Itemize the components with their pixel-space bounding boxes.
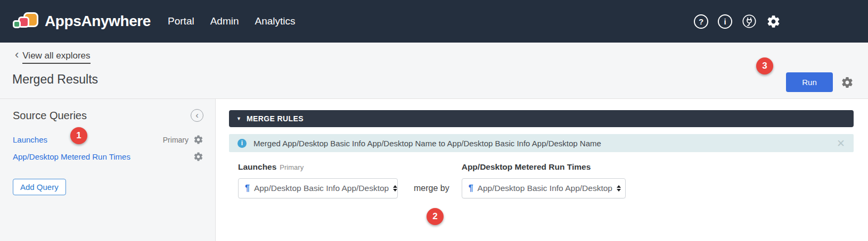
primary-badge: Primary (163, 136, 189, 144)
query-link-launches[interactable]: Launches (13, 135, 47, 144)
select-value: App/Desktop Basic Info App/Desktop (254, 184, 389, 193)
nav-item-admin[interactable]: Admin (210, 15, 239, 27)
run-controls: Run (786, 72, 854, 92)
merge-rule-editor: LaunchesPrimary ¶ App/Desktop Basic Info… (229, 162, 854, 198)
column-title: App/Desktop Metered Run Times (462, 162, 626, 172)
appsanywhere-logo-icon (13, 12, 38, 30)
primary-badge: Primary (280, 163, 304, 171)
query-settings-gear-icon[interactable] (841, 76, 854, 89)
merge-rule-row: LaunchesPrimary ¶ App/Desktop Basic Info… (238, 162, 854, 198)
collapse-sidebar-button[interactable]: ‹ (191, 109, 203, 122)
column-title-text: App/Desktop Metered Run Times (462, 162, 591, 171)
help-icon[interactable]: ? (694, 14, 708, 29)
settings-gear-icon[interactable] (766, 14, 781, 29)
chevron-left-circle-icon: ‹ (195, 111, 199, 120)
query-row-launches: Launches Primary (13, 135, 203, 145)
brand-name: AppsAnywhere (45, 13, 151, 30)
merge-info-alert: i Merged App/Desktop Basic Info App/Desk… (229, 134, 854, 152)
back-link-label: View all explores (22, 51, 90, 64)
column-title-text: Launches (238, 162, 276, 171)
primary-nav: Portal Admin Analytics (168, 15, 296, 27)
merge-rules-title: MERGE RULES (247, 114, 304, 123)
dimension-pilcrow-icon: ¶ (469, 184, 473, 193)
nav-item-portal[interactable]: Portal (168, 15, 194, 27)
navbar-icon-group: ? i (694, 0, 781, 43)
merge-by-label: merge by (414, 178, 449, 198)
dimension-pilcrow-icon: ¶ (245, 184, 250, 193)
add-query-button[interactable]: Add Query (13, 179, 66, 195)
top-navbar: AppsAnywhere Portal Admin Analytics ? i (0, 0, 868, 43)
plug-icon[interactable] (742, 14, 757, 29)
sidebar-header: Source Queries ‹ (13, 109, 203, 122)
brand-home-link[interactable]: AppsAnywhere (13, 12, 151, 30)
query-link-metered-run-times[interactable]: App/Desktop Metered Run Times (13, 152, 130, 161)
logo-square-green (13, 20, 21, 28)
source-queries-sidebar: Source Queries ‹ Launches Primary App/De… (0, 99, 216, 241)
merge-rules-section-header[interactable]: ▼ MERGE RULES (229, 110, 854, 127)
query-gear-icon[interactable] (193, 152, 203, 162)
info-circle-icon: i (238, 139, 247, 148)
query-row-controls: Primary (163, 135, 203, 145)
alert-message: Merged App/Desktop Basic Info App/Deskto… (253, 139, 601, 148)
annotation-badge-1: 1 (70, 127, 87, 144)
collapse-triangle-icon: ▼ (236, 117, 241, 121)
appsanywhere-analytics-page: AppsAnywhere Portal Admin Analytics ? i (0, 0, 868, 241)
nav-item-analytics[interactable]: Analytics (255, 15, 296, 27)
back-to-explores-link[interactable]: ‹ View all explores (15, 50, 91, 64)
select-stepper-icon (617, 185, 621, 192)
run-button[interactable]: Run (786, 72, 833, 92)
select-value: App/Desktop Basic Info App/Desktop (478, 184, 612, 193)
sidebar-title: Source Queries (13, 110, 87, 122)
chevron-left-icon: ‹ (15, 50, 19, 59)
query-gear-icon[interactable] (193, 135, 203, 145)
close-alert-icon[interactable]: ✕ (837, 137, 845, 149)
merge-column-launches: LaunchesPrimary ¶ App/Desktop Basic Info… (238, 162, 398, 198)
query-row-metered-run-times: App/Desktop Metered Run Times (13, 152, 203, 162)
select-stepper-icon (393, 185, 397, 192)
main-content: ▼ MERGE RULES i Merged App/Desktop Basic… (216, 99, 868, 241)
merge-field-select-left[interactable]: ¶ App/Desktop Basic Info App/Desktop (238, 178, 398, 198)
column-title: LaunchesPrimary (238, 162, 398, 172)
merge-field-select-right[interactable]: ¶ App/Desktop Basic Info App/Desktop (462, 178, 626, 198)
annotation-badge-2: 2 (427, 208, 444, 225)
info-icon[interactable]: i (718, 14, 732, 29)
page-header: ‹ View all explores Merged Results Run (0, 43, 868, 99)
annotation-badge-3: 3 (756, 57, 773, 74)
merge-column-metered-run-times: App/Desktop Metered Run Times ¶ App/Desk… (462, 162, 626, 198)
query-row-controls (193, 152, 203, 162)
page-title: Merged Results (12, 72, 854, 87)
